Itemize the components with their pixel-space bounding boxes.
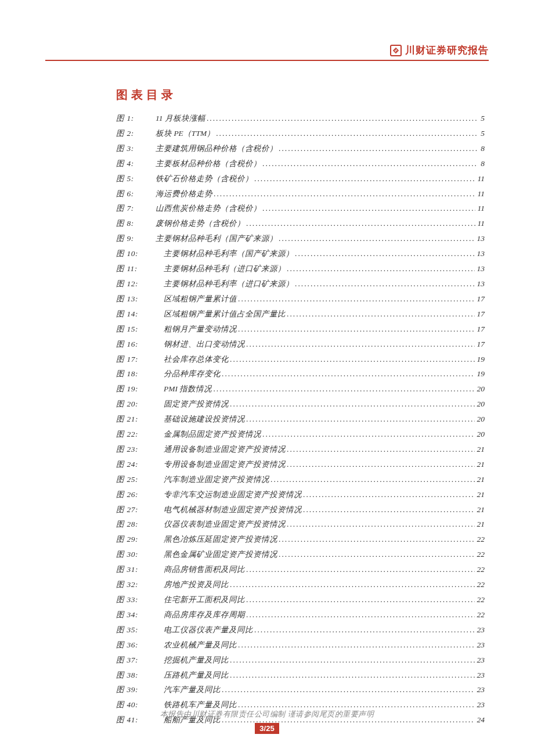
toc-entry-title: 主要建筑用钢品种价格（含税价） <box>156 141 279 156</box>
toc-entry-title: 固定资产投资情况 <box>156 397 230 412</box>
toc-entry-title: 黑色金属矿业固定资产投资情况 <box>156 547 279 562</box>
toc-entry-page: 21 <box>475 487 485 502</box>
report-header: 川财证券研究报告 <box>390 44 489 57</box>
toc-entry-title: 农业机械产量及同比 <box>156 638 238 653</box>
toc-entry-title: 基础设施建设投资情况 <box>156 412 246 427</box>
toc-row: 图 34:商品房库存及库存周期22 <box>116 607 485 622</box>
toc-entry-label: 图 17: <box>116 352 156 367</box>
toc-entry-page: 20 <box>475 397 485 412</box>
brand-logo-icon <box>390 45 402 56</box>
toc-leader-dots <box>262 156 478 171</box>
toc-entry-label: 图 7: <box>116 201 156 216</box>
toc-entry-page: 11 <box>475 186 485 201</box>
toc-leader-dots <box>279 532 475 547</box>
toc-leader-dots <box>279 547 475 562</box>
toc-entry-title: 社会库存总体变化 <box>156 352 230 367</box>
toc-leader-dots <box>287 457 475 472</box>
toc-entry-label: 图 12: <box>116 276 156 291</box>
toc-row: 图 12:主要钢材品种毛利率（进口矿来源）13 <box>116 276 485 291</box>
toc-leader-dots <box>238 322 475 337</box>
toc-leader-dots <box>230 577 475 592</box>
toc-entry-page: 22 <box>475 607 485 622</box>
toc-entry-title: 专用设备制造业固定资产投资情况 <box>156 457 287 472</box>
toc-entry-title: 电气机械器材制造业固定资产投资情况 <box>156 502 303 517</box>
toc-entry-page: 17 <box>475 322 485 337</box>
toc-entry-page: 20 <box>475 412 485 427</box>
toc-row: 图 27:电气机械器材制造业固定资产投资情况21 <box>116 502 485 517</box>
toc-heading: 图表目录 <box>116 87 485 103</box>
toc-row: 图 5:铁矿石价格走势（含税价）11 <box>116 171 485 186</box>
toc-entry-title: 专非汽车交运制造业固定资产投资情况 <box>156 487 303 502</box>
toc-leader-dots <box>216 126 478 141</box>
toc-entry-page: 23 <box>475 668 485 683</box>
toc-entry-title: 仪器仪表制造业固定资产投资情况 <box>156 517 287 532</box>
toc-leader-dots <box>246 337 475 352</box>
toc-entry-title: 黑色冶炼压延固定资产投资情况 <box>156 532 279 547</box>
toc-leader-dots <box>230 397 475 412</box>
toc-leader-dots <box>295 276 475 291</box>
toc-entry-title: 房地产投资及同比 <box>156 577 230 592</box>
toc-leader-dots <box>303 487 475 502</box>
toc-entry-page: 22 <box>475 532 485 547</box>
toc-entry-page: 5 <box>478 126 485 141</box>
toc-row: 图 3:主要建筑用钢品种价格（含税价）8 <box>116 141 485 156</box>
toc-entry-title: 挖掘机产量及同比 <box>156 653 230 668</box>
toc-entry-page: 13 <box>475 246 485 261</box>
toc-entry-title: 山西焦炭价格走势（含税价） <box>156 201 262 216</box>
toc-entry-page: 5 <box>478 111 485 126</box>
toc-entry-label: 图 20: <box>116 397 156 412</box>
toc-entry-label: 图 39: <box>116 682 156 697</box>
toc-row: 图 29:黑色冶炼压延固定资产投资情况22 <box>116 532 485 547</box>
toc-row: 图 30:黑色金属矿业固定资产投资情况22 <box>116 547 485 562</box>
toc-leader-dots <box>254 622 475 638</box>
toc-entry-label: 图 31: <box>116 562 156 577</box>
toc-leader-dots <box>246 412 475 427</box>
toc-leader-dots <box>287 517 475 532</box>
toc-entry-page: 8 <box>478 141 485 156</box>
toc-row: 图 37:挖掘机产量及同比23 <box>116 653 485 668</box>
toc-entry-title: 商品房销售面积及同比 <box>156 562 246 577</box>
toc-entry-title: 汽车产量及同比 <box>156 682 222 697</box>
toc-entry-label: 图 14: <box>116 307 156 322</box>
toc-row: 图 26:专非汽车交运制造业固定资产投资情况21 <box>116 487 485 502</box>
toc-row: 图 24:专用设备制造业固定资产投资情况21 <box>116 457 485 472</box>
toc-entry-page: 11 <box>475 171 485 186</box>
toc-entry-title: 住宅新开工面积及同比 <box>156 592 246 607</box>
toc-entry-label: 图 8: <box>116 216 156 231</box>
toc-row: 图 38:压路机产量及同比23 <box>116 668 485 683</box>
toc-entry-page: 21 <box>475 502 485 517</box>
toc-entry-page: 23 <box>475 682 485 697</box>
toc-entry-label: 图 26: <box>116 487 156 502</box>
toc-leader-dots <box>287 307 475 322</box>
toc-entry-page: 20 <box>475 381 485 397</box>
toc-entry-page: 8 <box>478 156 485 171</box>
toc-entry-label: 图 38: <box>116 668 156 683</box>
toc-leader-dots <box>230 352 475 367</box>
toc-row: 图 28:仪器仪表制造业固定资产投资情况21 <box>116 517 485 532</box>
toc-row: 图 36:农业机械产量及同比23 <box>116 638 485 653</box>
toc-leader-dots <box>246 592 475 607</box>
toc-row: 图 25:汽车制造业固定资产投资情况21 <box>116 472 485 487</box>
toc-entry-title: 废钢价格走势（含税价） <box>156 216 246 231</box>
toc-entry-title: 主要钢材品种毛利（国产矿来源） <box>156 231 279 246</box>
toc-leader-dots <box>213 381 474 397</box>
toc-leader-dots <box>230 653 475 668</box>
toc-entry-label: 图 4: <box>116 156 156 171</box>
toc-entry-title: 海运费价格走势 <box>156 186 214 201</box>
toc-entry-title: 商品房库存及库存周期 <box>156 607 246 622</box>
toc-leader-dots <box>207 111 478 126</box>
toc-leader-dots <box>279 141 478 156</box>
toc-entry-page: 21 <box>475 457 485 472</box>
toc-row: 图 32:房地产投资及同比22 <box>116 577 485 592</box>
toc-entry-title: 主要钢材品种毛利（进口矿来源） <box>156 261 287 276</box>
toc-row: 图 22:金属制品固定资产投资情况20 <box>116 427 485 442</box>
toc-row: 图 15:粗钢月产量变动情况17 <box>116 322 485 337</box>
toc-entry-title: 主要板材品种价格（含税价） <box>156 156 262 171</box>
toc-row: 图 6:海运费价格走势11 <box>116 186 485 201</box>
toc-entry-title: 11 月板块涨幅 <box>156 111 207 126</box>
toc-leader-dots <box>214 186 475 201</box>
toc-entry-page: 20 <box>475 427 485 442</box>
toc-entry-label: 图 22: <box>116 427 156 442</box>
toc-row: 图 21:基础设施建设投资情况20 <box>116 412 485 427</box>
toc-leader-dots <box>262 427 475 442</box>
